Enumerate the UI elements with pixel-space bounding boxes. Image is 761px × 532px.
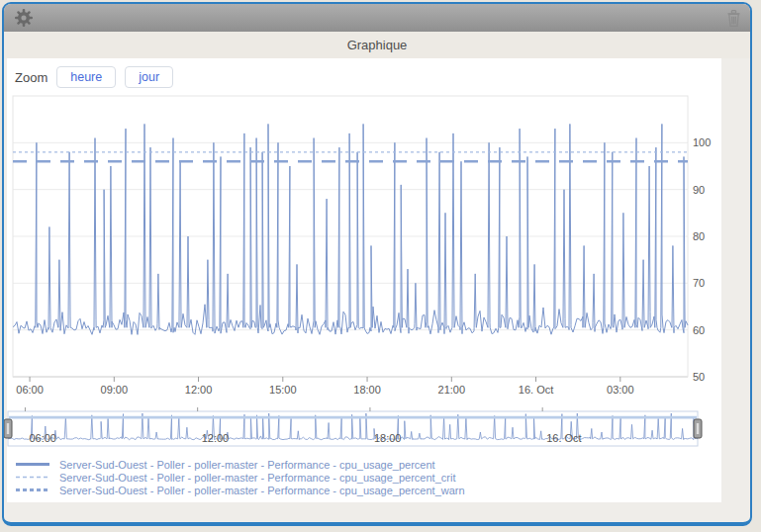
legend-label: Server-Sud-Ouest - Poller - poller-maste… xyxy=(59,472,455,484)
y-axis-label: 60 xyxy=(693,324,705,336)
navigator-handle-right[interactable] xyxy=(694,419,702,438)
chart-legend: Server-Sud-Ouest - Poller - poller-maste… xyxy=(15,458,465,496)
legend-item-cpu-usage[interactable]: Server-Sud-Ouest - Poller - poller-maste… xyxy=(15,458,465,471)
navigator-label: 18:00 xyxy=(374,432,402,444)
page: Graphique Zoom heure jour 50607080901000… xyxy=(0,0,761,532)
x-axis-label: 03:00 xyxy=(607,384,634,396)
x-axis-label: 18:00 xyxy=(353,384,381,396)
x-axis-label: 09:00 xyxy=(101,384,129,396)
navigator-label: 06:00 xyxy=(29,432,56,444)
legend-label: Server-Sud-Ouest - Poller - poller-maste… xyxy=(59,485,465,496)
trash-icon xyxy=(726,9,741,28)
legend-marker-solid xyxy=(15,461,50,468)
zoom-controls: Zoom heure jour xyxy=(15,66,173,88)
legend-item-cpu-warn[interactable]: Server-Sud-Ouest - Poller - poller-maste… xyxy=(15,484,465,496)
widget-titlebar xyxy=(4,4,750,32)
legend-marker-dash-thin xyxy=(15,474,50,481)
settings-button[interactable] xyxy=(13,7,35,29)
x-axis-label: 16. Oct xyxy=(519,384,553,396)
x-axis-label: 21:00 xyxy=(438,384,466,396)
zoom-day-button[interactable]: jour xyxy=(125,66,173,88)
widget-body: Zoom heure jour 506070809010006:0009:001… xyxy=(4,58,750,526)
y-axis-label: 70 xyxy=(693,277,705,289)
y-axis-label: 100 xyxy=(693,136,711,148)
widget-title: Graphique xyxy=(4,32,750,58)
chart-svg[interactable]: 506070809010006:0009:0012:0015:0018:0021… xyxy=(4,58,750,524)
x-axis-label: 15:00 xyxy=(269,384,297,396)
navigator-label: 12:00 xyxy=(202,432,230,444)
gear-icon xyxy=(13,7,35,29)
y-axis-label: 50 xyxy=(693,371,705,383)
navigator-handle-left[interactable] xyxy=(4,419,12,438)
legend-item-cpu-crit[interactable]: Server-Sud-Ouest - Poller - poller-maste… xyxy=(15,471,465,484)
legend-label: Server-Sud-Ouest - Poller - poller-maste… xyxy=(59,459,435,471)
cpu-usage-series xyxy=(13,124,688,334)
navigator-label: 16. Oct xyxy=(546,432,581,444)
y-axis-label: 90 xyxy=(693,184,705,196)
delete-widget-button[interactable] xyxy=(726,9,741,28)
y-axis-label: 80 xyxy=(693,230,705,242)
zoom-label: Zoom xyxy=(15,70,48,85)
graph-widget: Graphique Zoom heure jour 50607080901000… xyxy=(2,2,752,526)
x-axis-label: 12:00 xyxy=(185,384,213,396)
x-axis-label: 06:00 xyxy=(16,384,44,396)
legend-marker-dash-thick xyxy=(15,487,50,493)
zoom-hour-button[interactable]: heure xyxy=(56,66,116,88)
